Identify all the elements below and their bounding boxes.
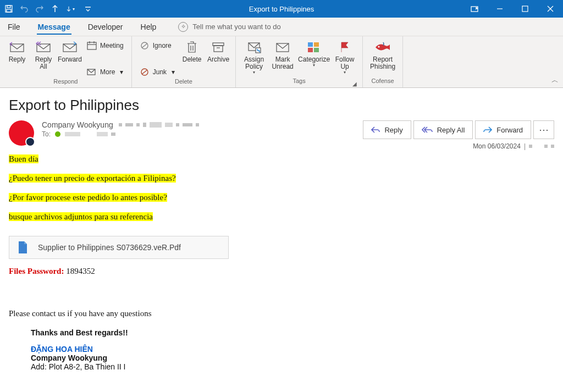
maximize-button[interactable]: [512, 0, 538, 18]
meeting-button[interactable]: Meeting: [84, 40, 127, 52]
svg-rect-27: [314, 42, 319, 47]
header-reply-all-button[interactable]: Reply All: [413, 120, 473, 139]
mark-unread-button[interactable]: Mark Unread: [269, 38, 296, 78]
forward-icon: [62, 40, 78, 55]
previous-item-icon[interactable]: [51, 4, 59, 13]
password-label: Files Password:: [9, 267, 64, 275]
body-line-2: ¿Puedo tener un precio de exportación a …: [9, 174, 176, 183]
tab-developer[interactable]: Developer: [87, 19, 124, 35]
message-body: Buen día ¿Puedo tener un precio de expor…: [9, 150, 554, 371]
svg-rect-1: [7, 5, 10, 8]
delete-button[interactable]: Delete: [179, 38, 205, 78]
group-label-delete: Delete: [136, 78, 231, 87]
ignore-icon: [140, 41, 150, 51]
forward-button[interactable]: Forward: [57, 38, 82, 78]
policy-icon: [247, 40, 261, 55]
ribbon-group-delete: Ignore Junk▾ Delete Archive Delete: [132, 36, 236, 87]
body-contact-line: Please contact us if you have any questi…: [9, 309, 554, 318]
sender-avatar[interactable]: [9, 120, 34, 146]
window-controls: [462, 0, 563, 18]
sig-address: Add: Plot A8-2, Ba Thien II I: [31, 362, 554, 371]
message-date: Mon 06/03/2024: [473, 142, 521, 150]
svg-rect-11: [87, 42, 96, 49]
sender-email-redacted: [119, 122, 199, 128]
next-item-icon[interactable]: ▾: [66, 4, 75, 13]
svg-point-30: [378, 46, 379, 47]
presence-icon: [55, 131, 60, 137]
sig-thanks: Thanks and Best regards!!: [31, 328, 554, 337]
more-icon: [87, 67, 97, 77]
signature-block: Thanks and Best regards!! ĐẶNG HOA HIÊN …: [31, 328, 554, 371]
archive-button[interactable]: Archive: [206, 38, 231, 78]
ribbon-group-tags: Assign Policy▾ Mark Unread Categorize▾ F…: [236, 36, 363, 87]
sig-company: Company Wookyung: [31, 354, 554, 362]
group-label-cofense: Cofense: [367, 78, 398, 87]
to-label: To:: [42, 130, 51, 138]
title-bar: ▾ Export to Philippines: [0, 0, 563, 18]
ribbon-group-respond: Reply Reply All Forward Meeting More▾: [0, 36, 132, 87]
message-pane: Export to Philippines Company Wookyung T…: [0, 88, 563, 371]
minimize-button[interactable]: [487, 0, 512, 18]
ribbon-display-options-button[interactable]: [462, 0, 487, 18]
tab-help[interactable]: Help: [140, 19, 158, 35]
flag-icon: [339, 40, 351, 55]
tab-message[interactable]: Message: [37, 19, 71, 35]
svg-rect-5: [522, 6, 528, 12]
svg-line-17: [142, 43, 147, 48]
svg-rect-21: [214, 46, 223, 52]
attachment-filename: Supplier to Philippines S0736629.veR.Pdf: [38, 243, 181, 252]
redo-icon[interactable]: [35, 4, 44, 13]
svg-rect-20: [213, 43, 224, 46]
tell-me-search[interactable]: ✧ Tell me what you want to do: [178, 22, 280, 32]
tags-dialog-launcher[interactable]: ◢: [352, 81, 357, 87]
save-icon[interactable]: [4, 4, 13, 13]
svg-rect-28: [308, 48, 313, 52]
undo-icon[interactable]: [20, 4, 29, 13]
body-line-3: ¿Por favor procese este pedido lo antes …: [9, 193, 167, 202]
file-icon: [17, 241, 28, 254]
qat-customize-icon[interactable]: [84, 4, 92, 13]
collapse-ribbon-icon[interactable]: ︿: [551, 75, 559, 85]
ribbon-group-cofense: Report Phishing Cofense: [363, 36, 403, 87]
group-label-tags: Tags◢: [240, 78, 358, 87]
reply-button[interactable]: Reply: [4, 38, 30, 78]
recipient-redacted: [65, 132, 115, 136]
svg-line-19: [142, 70, 147, 74]
header-reply-button[interactable]: Reply: [363, 120, 411, 139]
follow-up-button[interactable]: Follow Up▾: [332, 38, 358, 78]
close-button[interactable]: [538, 0, 563, 18]
lightbulb-icon: ✧: [178, 22, 188, 32]
header-forward-button[interactable]: Forward: [475, 120, 531, 139]
mark-unread-icon: [275, 40, 290, 55]
junk-icon: [140, 67, 150, 77]
fish-icon: [373, 40, 392, 55]
sender-name: Company Wookyung: [42, 120, 113, 129]
reply-icon: [9, 40, 25, 55]
body-line-4: busque archivos adjuntos para su referen…: [9, 212, 153, 221]
ignore-button[interactable]: Ignore: [136, 40, 178, 52]
reply-all-button[interactable]: Reply All: [31, 38, 56, 78]
header-more-actions-button[interactable]: ⋯: [533, 120, 554, 139]
svg-rect-2: [7, 9, 11, 12]
attachment-item[interactable]: Supplier to Philippines S0736629.veR.Pdf: [9, 236, 229, 259]
svg-rect-29: [314, 48, 319, 52]
message-subject: Export to Philippines: [9, 97, 554, 114]
body-line-1: Buen día: [9, 154, 38, 163]
junk-button[interactable]: Junk▾: [136, 66, 178, 78]
svg-rect-26: [308, 42, 313, 47]
tell-me-placeholder: Tell me what you want to do: [192, 23, 280, 31]
archive-icon: [212, 40, 225, 55]
assign-policy-button[interactable]: Assign Policy▾: [240, 38, 268, 78]
categorize-button[interactable]: Categorize▾: [297, 38, 330, 78]
ribbon: Reply Reply All Forward Meeting More▾: [0, 36, 563, 88]
reply-all-icon: [35, 40, 52, 55]
ribbon-tabs: File Message Developer Help ✧ Tell me wh…: [0, 18, 563, 36]
group-label-respond: Respond: [4, 78, 127, 87]
quick-access-toolbar: ▾: [0, 4, 92, 13]
tab-file[interactable]: File: [7, 19, 21, 35]
more-respond-button[interactable]: More▾: [84, 66, 127, 78]
date-extra-redacted: [529, 145, 554, 148]
report-phishing-button[interactable]: Report Phishing: [367, 38, 398, 78]
categorize-icon: [307, 40, 321, 55]
calendar-icon: [87, 41, 97, 51]
